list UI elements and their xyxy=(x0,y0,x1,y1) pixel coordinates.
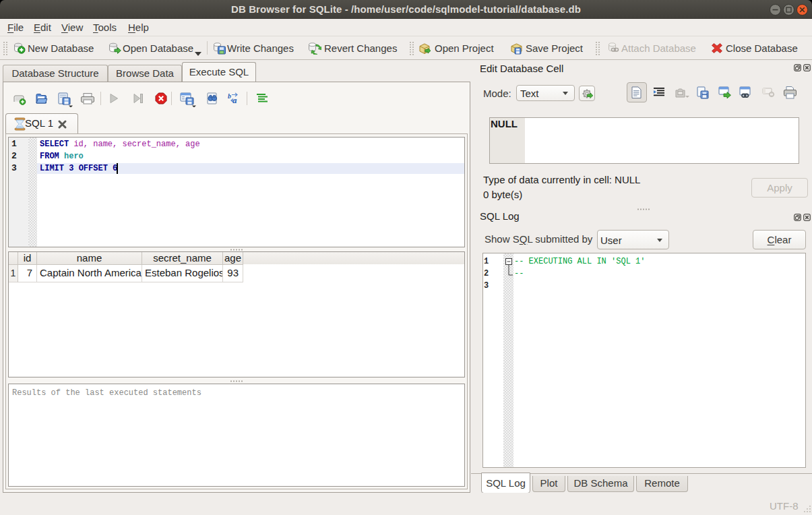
svg-text:b: b xyxy=(228,92,231,100)
